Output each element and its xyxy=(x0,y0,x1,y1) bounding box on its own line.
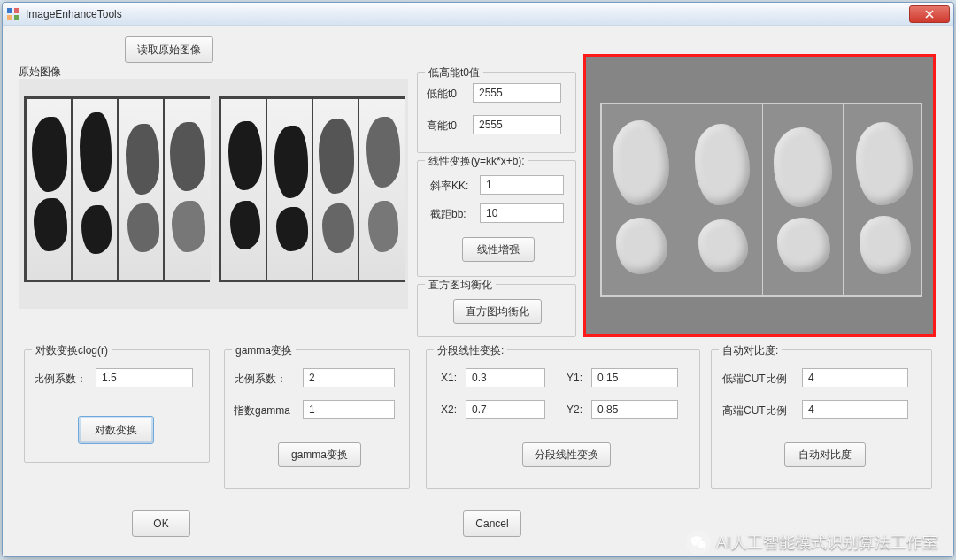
cancel-button[interactable]: Cancel xyxy=(463,510,521,537)
log-group-title: 对数变换clog(r) xyxy=(32,343,112,358)
linear-group-title: 线性变换(y=kk*x+b): xyxy=(425,154,528,169)
piecewise-group-title: 分段线性变换: xyxy=(434,343,507,358)
gamma-transform-button[interactable]: gamma变换 xyxy=(278,442,361,467)
log-transform-button[interactable]: 对数变换 xyxy=(78,416,154,444)
high-cut-label: 高端CUT比例 xyxy=(722,403,787,418)
high-t0-input[interactable] xyxy=(473,115,561,134)
ok-button[interactable]: OK xyxy=(132,510,190,537)
low-t0-label: 低能t0 xyxy=(427,87,457,102)
y1-input[interactable] xyxy=(591,368,678,387)
enhanced-image-panel xyxy=(583,54,936,337)
intercept-bb-label: 截距bb: xyxy=(430,207,466,222)
low-cut-label: 低端CUT比例 xyxy=(722,372,787,387)
high-cut-input[interactable] xyxy=(802,400,908,419)
log-ratio-label: 比例系数： xyxy=(34,372,87,387)
close-button[interactable] xyxy=(909,5,950,23)
svg-rect-1 xyxy=(14,8,19,13)
load-original-button[interactable]: 读取原始图像 xyxy=(125,36,213,63)
app-icon xyxy=(6,7,20,21)
gamma-ratio-input[interactable] xyxy=(303,368,395,387)
auto-contrast-group: 自动对比度: 低端CUT比例 高端CUT比例 自动对比度 xyxy=(711,349,932,489)
svg-rect-2 xyxy=(7,15,12,20)
x2-input[interactable] xyxy=(466,400,545,419)
piecewise-group: 分段线性变换: X1: Y1: X2: Y2: 分段线性变换 xyxy=(426,349,700,489)
original-image-panel xyxy=(19,79,408,309)
low-cut-input[interactable] xyxy=(802,368,908,387)
hist-eq-button[interactable]: 直方图均衡化 xyxy=(453,299,542,324)
high-t0-label: 高能t0 xyxy=(427,119,457,134)
y1-label: Y1: xyxy=(567,372,582,384)
t0-group: 低高能t0值 低能t0 高能t0 xyxy=(417,72,576,153)
gamma-ratio-label: 比例系数： xyxy=(234,372,287,387)
x1-label: X1: xyxy=(441,372,457,384)
y2-input[interactable] xyxy=(591,400,678,419)
gamma-group-title: gamma变换 xyxy=(232,343,296,358)
x2-label: X2: xyxy=(441,403,457,416)
gamma-index-label: 指数gamma xyxy=(234,403,290,418)
client-area: 读取原始图像 原始图像 xyxy=(3,26,953,556)
hist-group: 直方图均衡化 直方图均衡化 xyxy=(417,284,576,337)
intercept-bb-input[interactable] xyxy=(480,203,564,223)
x1-input[interactable] xyxy=(466,368,545,387)
t0-group-title: 低高能t0值 xyxy=(425,65,483,81)
original-image-label: 原始图像 xyxy=(19,65,61,80)
slope-kk-label: 斜率KK: xyxy=(430,179,468,194)
title-bar: ImageEnhanceTools xyxy=(3,3,953,26)
gamma-index-input[interactable] xyxy=(303,400,395,419)
linear-group: 线性变换(y=kk*x+b): 斜率KK: 截距bb: 线性增强 xyxy=(417,160,576,277)
y2-label: Y2: xyxy=(567,403,582,416)
gamma-group: gamma变换 比例系数： 指数gamma gamma变换 xyxy=(224,349,410,489)
linear-enhance-button[interactable]: 线性增强 xyxy=(462,237,535,262)
svg-rect-0 xyxy=(7,8,12,13)
main-window: ImageEnhanceTools 读取原始图像 原始图像 xyxy=(2,2,954,557)
low-t0-input[interactable] xyxy=(473,83,561,103)
log-ratio-input[interactable] xyxy=(96,368,193,387)
svg-rect-3 xyxy=(14,15,19,20)
auto-contrast-group-title: 自动对比度: xyxy=(719,343,782,358)
piecewise-button[interactable]: 分段线性变换 xyxy=(522,442,611,467)
log-group: 对数变换clog(r) 比例系数： 对数变换 xyxy=(24,349,210,463)
slope-kk-input[interactable] xyxy=(480,175,564,195)
window-title: ImageEnhanceTools xyxy=(26,8,907,20)
hist-group-title: 直方图均衡化 xyxy=(425,278,496,293)
auto-contrast-button[interactable]: 自动对比度 xyxy=(784,442,866,467)
